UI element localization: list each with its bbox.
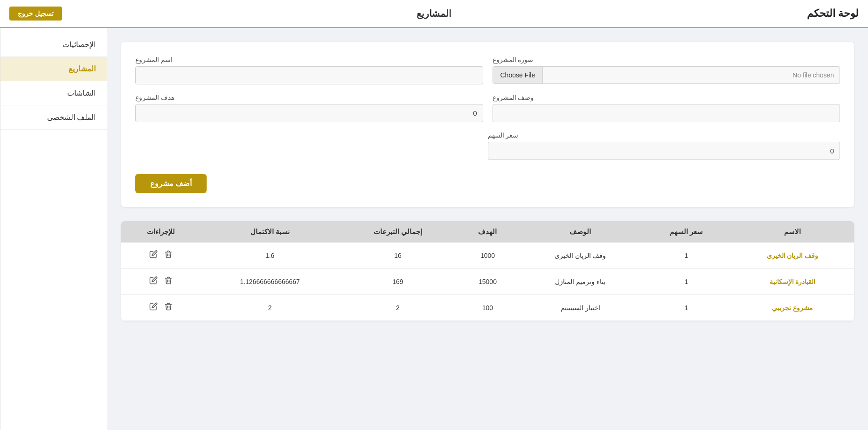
col-description: الوصف [519, 221, 642, 243]
cell-name-2[interactable]: مشروع تجريبي [731, 295, 854, 321]
table-head: الاسم سعر السهم الوصف الهدف إجمالي التبر… [121, 221, 854, 243]
main-layout: صورة المشروع No file chosen Choose File … [0, 28, 868, 430]
sidebar: الإحصائيات المشاريع الشاشات الملف الشخصى [0, 28, 107, 430]
delete-button-2[interactable] [163, 301, 174, 314]
edit-button-0[interactable] [148, 249, 159, 262]
project-goal-input[interactable] [135, 104, 483, 122]
edit-button-1[interactable] [148, 275, 159, 288]
form-row-3: سعر السهم [135, 132, 840, 160]
file-input-wrapper: No file chosen Choose File [493, 66, 840, 84]
project-name-input[interactable] [135, 66, 483, 84]
form-actions: أضف مشروع [135, 169, 840, 193]
sidebar-item-statistics[interactable]: الإحصائيات [0, 33, 107, 57]
project-goal-group: هدف المشروع [135, 94, 483, 122]
table-body: وقف الريان الخيري 1 وقف الريان الخيري 10… [121, 243, 854, 321]
sidebar-item-screens[interactable]: الشاشات [0, 81, 107, 105]
cell-share-price-0: 1 [642, 243, 731, 269]
share-price-input[interactable] [488, 142, 840, 160]
sidebar-item-profile[interactable]: الملف الشخصى [0, 105, 107, 130]
app-title: لوحة التحكم [807, 7, 859, 20]
cell-completion-2: 2 [201, 295, 339, 321]
project-image-label: صورة المشروع [493, 56, 534, 63]
project-description-input[interactable] [493, 104, 840, 122]
cell-share-price-1: 1 [642, 269, 731, 295]
col-name: الاسم [731, 221, 854, 243]
cell-description-2: اختبار السيستم [519, 295, 642, 321]
project-image-group: صورة المشروع No file chosen Choose File [493, 56, 840, 84]
project-description-group: وصف المشروع [493, 94, 840, 122]
form-row-1: صورة المشروع No file chosen Choose File … [135, 56, 840, 84]
cell-actions-0 [121, 243, 201, 269]
cell-goal-1: 15000 [457, 269, 519, 295]
table-row: القبادرة الإسكانية 1 بناء وترميم المنازل… [121, 269, 854, 295]
cell-goal-2: 100 [457, 295, 519, 321]
logout-button[interactable]: تسجيل خروج [9, 7, 62, 21]
project-name-label: اسم المشروع [135, 56, 173, 63]
table-row: وقف الريان الخيري 1 وقف الريان الخيري 10… [121, 243, 854, 269]
projects-table: الاسم سعر السهم الوصف الهدف إجمالي التبر… [121, 221, 854, 321]
table-header-row: الاسم سعر السهم الوصف الهدف إجمالي التبر… [121, 221, 854, 243]
delete-button-1[interactable] [163, 275, 174, 288]
col-total-donations: إجمالي التبرعات [339, 221, 457, 243]
project-name-group: اسم المشروع [135, 56, 483, 84]
share-price-group: سعر السهم [488, 132, 840, 160]
col-goal: الهدف [457, 221, 519, 243]
cell-total-donations-0: 16 [339, 243, 457, 269]
cell-name-1[interactable]: القبادرة الإسكانية [731, 269, 854, 295]
cell-actions-2 [121, 295, 201, 321]
choose-file-button[interactable]: Choose File [493, 67, 543, 83]
cell-goal-0: 1000 [457, 243, 519, 269]
col-actions: للإجراءات [121, 221, 201, 243]
cell-actions-1 [121, 269, 201, 295]
top-header: لوحة التحكم المشاريع ≡ تسجيل خروج [0, 0, 868, 28]
col-share-price: سعر السهم [642, 221, 731, 243]
cell-completion-0: 1.6 [201, 243, 339, 269]
form-row-2: وصف المشروع هدف المشروع [135, 94, 840, 122]
cell-name-0[interactable]: وقف الريان الخيري [731, 243, 854, 269]
no-file-text: No file chosen [543, 67, 840, 83]
delete-button-0[interactable] [163, 249, 174, 262]
page-title: المشاريع [417, 8, 451, 19]
edit-button-2[interactable] [148, 301, 159, 314]
table-row: مشروع تجريبي 1 اختبار السيستم 100 2 2 [121, 295, 854, 321]
sidebar-item-projects[interactable]: المشاريع [0, 57, 107, 81]
col-completion: نسبة الاكتمال [201, 221, 339, 243]
cell-share-price-2: 1 [642, 295, 731, 321]
cell-description-1: بناء وترميم المنازل [519, 269, 642, 295]
projects-table-container: الاسم سعر السهم الوصف الهدف إجمالي التبر… [121, 221, 854, 321]
cell-total-donations-1: 169 [339, 269, 457, 295]
main-content: صورة المشروع No file chosen Choose File … [107, 28, 868, 430]
add-project-form: صورة المشروع No file chosen Choose File … [121, 42, 854, 207]
cell-description-0: وقف الريان الخيري [519, 243, 642, 269]
share-price-label: سعر السهم [488, 132, 519, 139]
project-description-label: وصف المشروع [493, 94, 534, 101]
project-goal-label: هدف المشروع [135, 94, 174, 101]
add-project-button[interactable]: أضف مشروع [135, 174, 207, 193]
cell-completion-1: 1.126666666666667 [201, 269, 339, 295]
cell-total-donations-2: 2 [339, 295, 457, 321]
